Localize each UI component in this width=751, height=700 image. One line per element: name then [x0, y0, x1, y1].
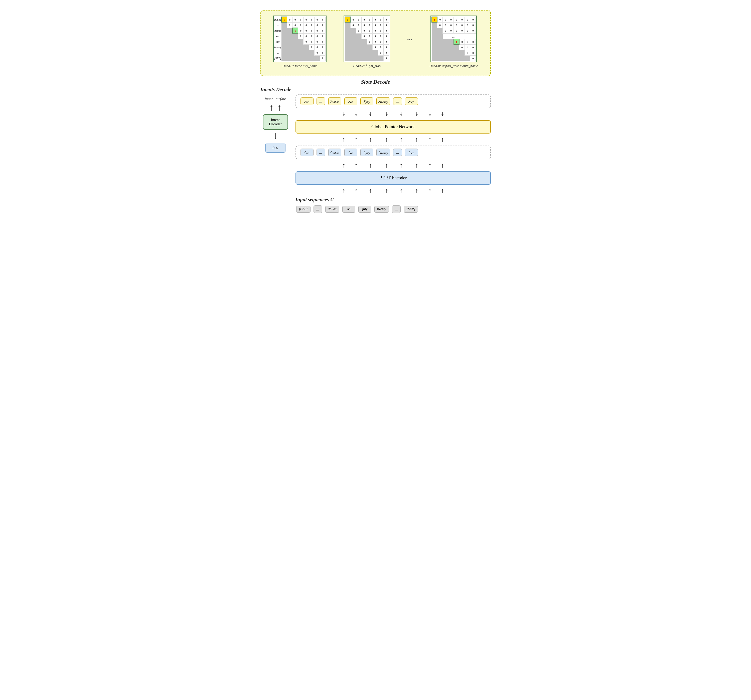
- svg-marker-19: [429, 115, 431, 116]
- y-dallas-box: ydallas: [328, 98, 342, 105]
- svg-marker-59: [369, 189, 371, 190]
- e-cls-box: ecls: [300, 149, 314, 156]
- svg-marker-9: [355, 115, 357, 116]
- y-twenty-box: ytwenty: [376, 98, 390, 105]
- head-1-matrix: [CLS] 1 000 000 0 ... 000 000 0 dal: [273, 15, 327, 68]
- svg-marker-57: [355, 189, 357, 190]
- svg-marker-1: [270, 105, 272, 107]
- y-sep-box: ysep: [405, 98, 418, 105]
- input-dots2: ...: [392, 206, 401, 213]
- input-on: on: [342, 206, 355, 213]
- svg-marker-49: [416, 164, 418, 165]
- right-column: ycls ... ydallas yon yjuly ytwenty ... y…: [295, 94, 491, 213]
- arrow-to-flight: [270, 105, 273, 111]
- svg-marker-13: [386, 115, 388, 116]
- svg-marker-23: [343, 138, 345, 139]
- e-dots-box: ...: [317, 149, 325, 156]
- bert-encoder-box: BERT Encoder: [295, 171, 491, 185]
- svg-marker-45: [386, 164, 388, 165]
- heads-ellipsis: ...: [407, 34, 413, 42]
- e-on-box: eon: [344, 149, 357, 156]
- svg-marker-27: [369, 138, 371, 139]
- y-dots-box: ...: [317, 98, 325, 105]
- input-july: july: [359, 206, 371, 213]
- embed-tokens-group: ecls ... edallas eon ejuly etwenty ... e…: [295, 146, 491, 160]
- svg-marker-17: [416, 115, 418, 116]
- left-column: flight airfare Intent Decoder: [260, 94, 291, 213]
- intent-airfare: airfare: [276, 97, 286, 101]
- y-dots2-box: ...: [393, 98, 402, 105]
- e-twenty-box: etwenty: [376, 149, 390, 156]
- svg-marker-39: [343, 164, 345, 165]
- gpn-box: Global Pointer Network: [295, 120, 491, 133]
- svg-marker-7: [343, 115, 345, 116]
- svg-marker-63: [400, 189, 402, 190]
- svg-marker-41: [355, 164, 357, 165]
- arrows-input-to-bert: [295, 187, 491, 194]
- svg-marker-65: [416, 189, 418, 190]
- svg-marker-33: [416, 138, 418, 139]
- y-on-box: yon: [344, 98, 357, 105]
- input-tokens-row: [CLS] ... dallas on july twenty ... [SEP…: [295, 206, 491, 213]
- svg-marker-43: [369, 164, 371, 165]
- head-n-matrix: 1 000 000 0 000 000 0 000 000: [430, 15, 478, 68]
- svg-marker-29: [386, 138, 388, 139]
- svg-marker-55: [343, 189, 345, 190]
- output-tokens-group: ycls ... ydallas yon yjuly ytwenty ... y…: [295, 94, 491, 108]
- input-cls: [CLS]: [296, 206, 311, 213]
- intent-decoder-box: Intent Decoder: [263, 114, 288, 130]
- svg-marker-25: [355, 138, 357, 139]
- arrow-to-airfare: [278, 105, 281, 111]
- svg-marker-11: [369, 115, 371, 116]
- e-july-box: ejuly: [360, 149, 373, 156]
- e-dots2-box: ...: [393, 149, 402, 156]
- svg-marker-47: [400, 164, 402, 165]
- head-n-label: Head-n: depart_date.month_name: [430, 64, 478, 68]
- arrows-gpn-to-output: [295, 111, 491, 117]
- svg-marker-31: [400, 138, 402, 139]
- svg-marker-37: [442, 138, 443, 139]
- slots-decode-label: Slots Decode: [260, 79, 491, 85]
- svg-marker-53: [442, 164, 443, 165]
- main-diagram: Intents Decode flight airfare: [260, 87, 491, 213]
- pcls-box: pcls: [266, 143, 286, 153]
- svg-marker-3: [278, 105, 280, 107]
- input-seq-label: Input sequences U: [295, 197, 334, 203]
- input-sep: [SEP]: [404, 206, 418, 213]
- head-1-label: Head-1: toloc.city_name: [283, 64, 317, 68]
- svg-marker-61: [386, 189, 388, 190]
- y-cls-box: ycls: [300, 98, 314, 105]
- arrows-bert-to-embed: [295, 163, 491, 168]
- input-dots: ...: [314, 206, 322, 213]
- svg-marker-51: [429, 164, 431, 165]
- svg-marker-69: [442, 189, 443, 190]
- intents-decode-label: Intents Decode: [260, 87, 491, 93]
- output-tokens-row: ycls ... ydallas yon yjuly ytwenty ... y…: [300, 98, 487, 105]
- embed-tokens-row: ecls ... edallas eon ejuly etwenty ... e…: [300, 149, 487, 156]
- svg-marker-67: [429, 189, 431, 190]
- intent-flight: flight: [265, 97, 273, 101]
- e-dallas-box: edallas: [328, 149, 342, 156]
- head-2-label: Head-2: flight_stop: [353, 64, 381, 68]
- head-2-matrix: 0 000 000 0 000 000 0 000 000: [343, 15, 390, 68]
- input-twenty: twenty: [374, 206, 389, 213]
- input-dallas: dallas: [325, 206, 339, 213]
- svg-marker-35: [429, 138, 431, 139]
- svg-marker-15: [400, 115, 402, 116]
- e-sep-box: esep: [405, 149, 418, 156]
- arrows-embed-to-gpn: [295, 136, 491, 142]
- attention-matrices-section: [CLS] 1 000 000 0 ... 000 000 0 dal: [260, 10, 491, 76]
- y-july-box: yjuly: [360, 98, 373, 105]
- svg-marker-21: [442, 115, 443, 116]
- svg-marker-5: [275, 138, 277, 139]
- arrow-decoder-to-pcls: [274, 133, 277, 140]
